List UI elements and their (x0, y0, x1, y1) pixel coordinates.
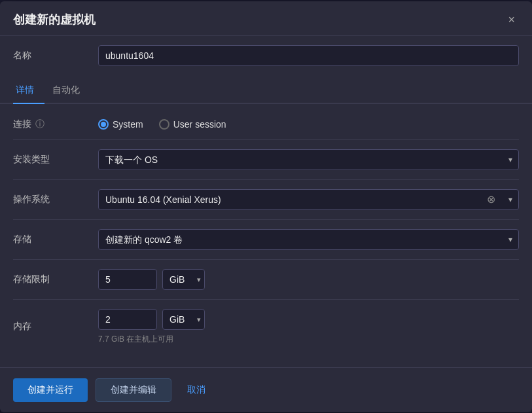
radio-system-text: System (113, 119, 143, 130)
storage-limit-row: 存储限制 GiB MiB TiB ▾ (13, 260, 519, 300)
os-wrapper: ⊗ ▾ (98, 189, 519, 210)
connection-help-icon[interactable]: ⓘ (35, 118, 44, 130)
memory-hint: 7.7 GiB 在主机上可用 (98, 334, 519, 345)
storage-limit-inputs: GiB MiB TiB ▾ (98, 269, 519, 290)
os-input[interactable] (98, 189, 519, 210)
radio-user-session[interactable] (159, 119, 169, 130)
tab-automation[interactable]: 自动化 (50, 78, 90, 104)
connection-label: 连接 ⓘ (13, 118, 98, 130)
os-control: ⊗ ▾ (98, 189, 519, 210)
storage-control: 创建新的 qcow2 卷 选择或创建自定义存储 ▾ (98, 229, 519, 250)
dialog-header: 创建新的虚拟机 × (0, 1, 532, 36)
dialog-title: 创建新的虚拟机 (13, 12, 96, 27)
radio-user-session-label[interactable]: User session (159, 119, 226, 130)
create-edit-button[interactable]: 创建并编辑 (96, 378, 171, 402)
os-clear-button[interactable]: ⊗ (486, 193, 497, 206)
connection-row: 连接 ⓘ System User session (13, 109, 519, 140)
storage-select[interactable]: 创建新的 qcow2 卷 选择或创建自定义存储 (98, 229, 519, 250)
storage-label: 存储 (13, 234, 98, 245)
memory-inputs: GiB MiB ▾ (98, 309, 519, 330)
storage-limit-input[interactable] (98, 269, 157, 290)
form-body: 连接 ⓘ System User session 安装类型 (0, 104, 532, 367)
storage-limit-control: GiB MiB TiB ▾ (98, 269, 519, 290)
storage-wrapper: 创建新的 qcow2 卷 选择或创建自定义存储 ▾ (98, 229, 519, 250)
storage-limit-label: 存储限制 (13, 274, 98, 285)
install-type-label: 安装类型 (13, 154, 98, 166)
storage-limit-unit-select[interactable]: GiB MiB TiB (162, 269, 205, 290)
tab-details[interactable]: 详情 (13, 78, 44, 104)
create-vm-dialog: 创建新的虚拟机 × 名称 详情 自动化 连接 ⓘ System (0, 1, 532, 412)
memory-unit-wrapper: GiB MiB ▾ (162, 309, 205, 330)
memory-unit-select[interactable]: GiB MiB (162, 309, 205, 330)
dialog-footer: 创建并运行 创建并编辑 取消 (0, 367, 532, 412)
install-type-control: 下载一个 OS 本地安装介质 网络安装 导入现有磁盘映像 ▾ (98, 149, 519, 170)
install-type-select[interactable]: 下载一个 OS 本地安装介质 网络安装 导入现有磁盘映像 (98, 149, 519, 170)
memory-row: 内存 GiB MiB ▾ 7.7 GiB 在主机上可用 (13, 300, 519, 354)
connection-control: System User session (98, 119, 519, 130)
create-run-button[interactable]: 创建并运行 (13, 378, 88, 402)
storage-row: 存储 创建新的 qcow2 卷 选择或创建自定义存储 ▾ (13, 220, 519, 260)
radio-system[interactable] (98, 119, 109, 130)
memory-label: 内存 (13, 321, 98, 332)
os-label: 操作系统 (13, 194, 98, 206)
connection-radio-group: System User session (98, 119, 519, 130)
name-label: 名称 (13, 50, 98, 62)
close-button[interactable]: × (504, 12, 519, 27)
memory-input[interactable] (98, 309, 157, 330)
name-control (98, 45, 519, 66)
radio-user-session-text: User session (173, 119, 226, 130)
radio-system-label[interactable]: System (98, 119, 143, 130)
install-type-wrapper: 下载一个 OS 本地安装介质 网络安装 导入现有磁盘映像 ▾ (98, 149, 519, 170)
install-type-row: 安装类型 下载一个 OS 本地安装介质 网络安装 导入现有磁盘映像 ▾ (13, 140, 519, 180)
memory-control: GiB MiB ▾ 7.7 GiB 在主机上可用 (98, 309, 519, 345)
name-input[interactable] (98, 45, 519, 66)
storage-limit-unit-wrapper: GiB MiB TiB ▾ (162, 269, 205, 290)
os-row: 操作系统 ⊗ ▾ (13, 180, 519, 220)
cancel-button[interactable]: 取消 (179, 379, 213, 401)
tabs: 详情 自动化 (0, 78, 532, 104)
name-row: 名称 (0, 36, 532, 75)
